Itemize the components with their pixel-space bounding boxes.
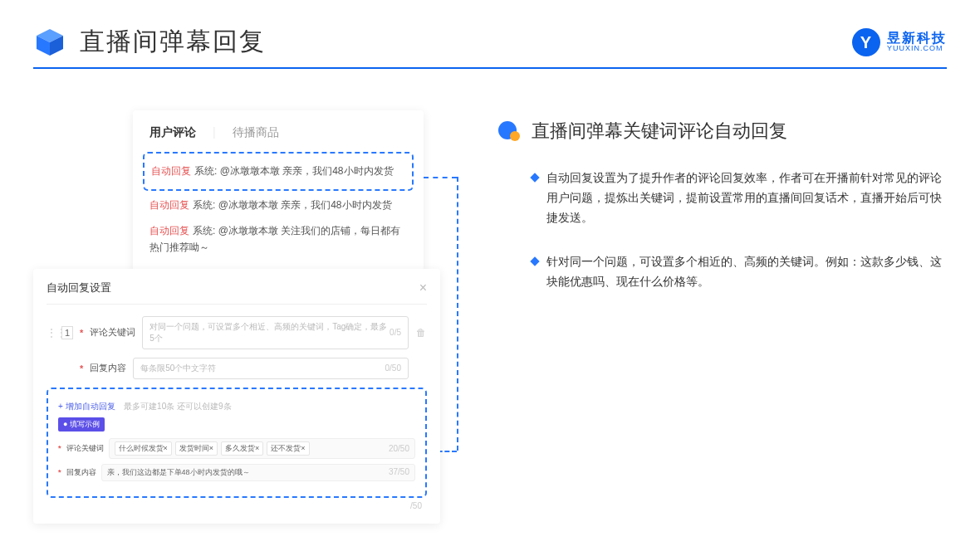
- row-number: 1: [61, 326, 73, 339]
- comments-panel: 用户评论 | 待播商品 自动回复系统: @冰墩墩本墩 亲亲，我们48小时内发货 …: [133, 110, 424, 277]
- reply-row: * 回复内容 每条限50个中文字符 0/50: [47, 358, 427, 379]
- comment-row: 自动回复系统: @冰墩墩本墩 关注我们的店铺，每日都有热门推荐呦～: [149, 218, 407, 260]
- tab-pending-goods[interactable]: 待播商品: [233, 125, 279, 140]
- close-icon[interactable]: ×: [419, 280, 427, 295]
- cube-icon: [33, 26, 66, 59]
- brand-name: 昱新科技: [887, 31, 947, 46]
- diamond-icon: [530, 173, 539, 182]
- example-keyword-tags: 什么时候发货× 发货时间× 多久发货× 还不发货× 20/50: [109, 438, 415, 459]
- tag-item[interactable]: 多久发货×: [221, 441, 263, 456]
- tab-separator: |: [213, 125, 216, 140]
- brand-url: YUUXIN.COM: [887, 45, 947, 53]
- tag-item[interactable]: 还不发货×: [267, 441, 309, 456]
- add-reply-link[interactable]: + 增加自动回复: [58, 402, 115, 411]
- example-keyword-row: * 评论关键词 什么时候发货× 发货时间× 多久发货× 还不发货× 20/50: [58, 438, 415, 459]
- footer-counter: /50: [47, 498, 427, 510]
- description-panel: 直播间弹幕关键词评论自动回复 自动回复设置为了提升作者的评论回复效率，作者可在开…: [465, 110, 947, 524]
- section-title: 直播间弹幕关键词评论自动回复: [532, 119, 787, 144]
- keyword-row: ⋮⋮ 1 * 评论关键词 对同一个问题，可设置多个相近、高频的关键词，Tag确定…: [47, 316, 427, 349]
- chat-bubble-icon: [498, 121, 522, 141]
- keyword-input[interactable]: 对同一个问题，可设置多个相近、高频的关键词，Tag确定，最多5个 0/5: [142, 316, 409, 349]
- example-reply-text: 亲，我们这边都是下单48小时内发货的哦～ 37/50: [101, 464, 415, 481]
- highlighted-comment: 自动回复系统: @冰墩墩本墩 亲亲，我们48小时内发货: [143, 152, 414, 191]
- brand-icon: Y: [846, 22, 886, 61]
- auto-reply-settings-panel: 自动回复设置 × ⋮⋮ 1 * 评论关键词 对同一个问题，可设置多个相近、高频的…: [33, 269, 440, 524]
- add-hint: 最多可建10条 还可以创建9条: [124, 402, 231, 411]
- drag-handle-icon[interactable]: ⋮⋮: [47, 327, 55, 339]
- required-icon: *: [80, 363, 83, 373]
- comment-text: 系统: @冰墩墩本墩 亲亲，我们48小时内发货: [194, 165, 394, 177]
- connector-line: [424, 177, 457, 178]
- example-section: + 增加自动回复 最多可建10条 还可以创建9条 ● 填写示例 * 评论关键词 …: [47, 388, 427, 498]
- brand-logo: Y 昱新科技 YUUXIN.COM: [852, 28, 947, 56]
- connector-line: [457, 177, 458, 451]
- auto-reply-label: 自动回复: [151, 165, 191, 177]
- tab-user-comments[interactable]: 用户评论: [149, 125, 196, 140]
- page-title: 直播间弹幕回复: [80, 25, 266, 59]
- tag-item[interactable]: 什么时候发货×: [115, 441, 172, 456]
- reply-label: 回复内容: [90, 362, 126, 374]
- reply-input[interactable]: 每条限50个中文字符 0/50: [133, 358, 409, 379]
- diamond-icon: [530, 257, 539, 266]
- comment-row: 自动回复系统: @冰墩墩本墩 亲亲，我们48小时内发货: [149, 193, 407, 218]
- required-icon: *: [80, 328, 83, 338]
- example-reply-row: * 回复内容 亲，我们这边都是下单48小时内发货的哦～ 37/50: [58, 464, 415, 481]
- keyword-label: 评论关键词: [90, 326, 135, 339]
- delete-icon[interactable]: 🗑: [415, 327, 427, 339]
- settings-title: 自动回复设置: [47, 280, 111, 295]
- bullet-item: 针对同一个问题，可设置多个相近的、高频的关键词。例如：这款多少钱、这块能优惠吗、…: [498, 252, 947, 292]
- page-header: 直播间弹幕回复 Y 昱新科技 YUUXIN.COM: [0, 0, 980, 67]
- tag-item[interactable]: 发货时间×: [175, 441, 218, 456]
- bullet-item: 自动回复设置为了提升作者的评论回复效率，作者可在开播前针对常见的评论用户问题，提…: [498, 168, 947, 227]
- example-badge: ● 填写示例: [58, 417, 105, 432]
